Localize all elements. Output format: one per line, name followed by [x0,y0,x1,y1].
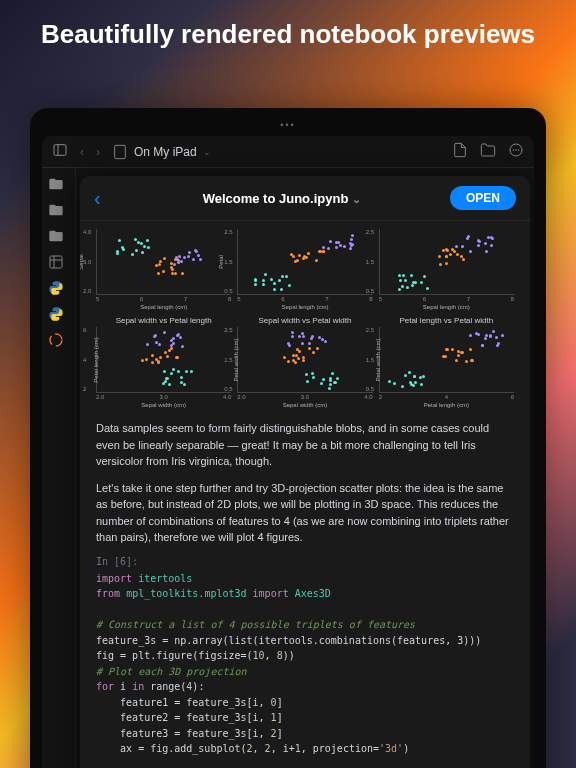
forward-icon[interactable]: › [96,145,100,159]
preview-modal: ‹ Welcome to Juno.ipynb⌄ OPEN Sepal4.03.… [80,176,530,768]
mini-chart: Sepal width vs Petal widthPetal width (c… [237,316,372,408]
modal-body[interactable]: Sepal4.03.02.05678Sepal length (cm)Petal… [80,221,530,768]
cell-prompt: In [6]: [96,556,514,567]
sidebar-item[interactable] [48,228,69,244]
mini-chart: Petal length vs Petal widthPetal width (… [379,316,514,408]
chevron-down-icon: ⌄ [203,147,211,157]
svg-rect-2 [115,145,126,158]
new-file-icon[interactable] [452,142,468,161]
svg-rect-0 [54,145,66,156]
new-folder-icon[interactable] [480,142,496,161]
code-block: import itertools from mpl_toolkits.mplot… [96,571,514,757]
chevron-down-icon[interactable]: ⌄ [352,193,361,205]
sidebar-item[interactable] [48,202,69,218]
back-chevron-icon[interactable]: ‹ [94,187,114,210]
mini-chart: Sepal width vs Petal lengthPetal length … [96,316,231,408]
hero-title: Beautifully rendered notebook previews [0,0,576,67]
prose-paragraph: Data samples seem to form fairly disting… [96,420,514,470]
svg-point-10 [50,334,62,346]
sidebar-item-jupyter[interactable] [48,332,69,348]
svg-point-5 [516,150,517,151]
sidebar-item[interactable] [48,254,69,270]
app-window: ‹ › On My iPad ⌄ [42,136,534,768]
mini-chart: 2.51.50.55678Sepal length (cm) [379,229,514,310]
mini-chart: Sepal4.03.02.05678Sepal length (cm) [96,229,231,310]
breadcrumb[interactable]: On My iPad ⌄ [112,144,211,160]
modal-title: Welcome to Juno.ipynb⌄ [114,191,450,206]
mini-chart: Petal2.51.50.55678Sepal length (cm) [237,229,372,310]
modal-header: ‹ Welcome to Juno.ipynb⌄ OPEN [80,176,530,221]
device-dots: ••• [42,120,534,130]
svg-rect-7 [50,256,62,268]
sidebar-item-python[interactable] [48,306,69,322]
back-icon[interactable]: ‹ [80,145,84,159]
sidebar-toggle-icon[interactable] [52,142,68,161]
open-button[interactable]: OPEN [450,186,516,210]
svg-point-6 [518,150,519,151]
chart-grid: Sepal4.03.02.05678Sepal length (cm)Petal… [96,229,514,408]
breadcrumb-label: On My iPad [134,145,197,159]
svg-point-4 [513,150,514,151]
sidebar-item[interactable] [48,176,69,192]
more-icon[interactable] [508,142,524,161]
device-frame: ••• ‹ › On My iPad ⌄ [30,108,546,768]
sidebar [42,168,76,768]
toolbar: ‹ › On My iPad ⌄ [42,136,534,168]
prose-paragraph: Let's take it one step further and try 3… [96,480,514,546]
sidebar-item-python[interactable] [48,280,69,296]
